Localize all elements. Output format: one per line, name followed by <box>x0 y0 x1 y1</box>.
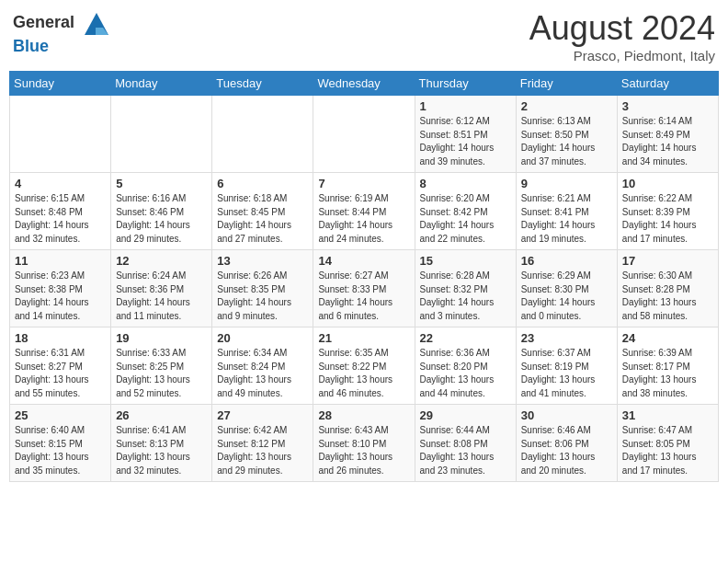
calendar-cell: 24Sunrise: 6:39 AM Sunset: 8:17 PM Dayli… <box>617 327 718 405</box>
location: Prasco, Piedmont, Italy <box>529 48 715 63</box>
date-number: 15 <box>420 254 511 268</box>
page-header: General Blue August 2024 Prasco, Piedmon… <box>9 9 719 63</box>
column-header-wednesday: Wednesday <box>313 72 415 96</box>
calendar-cell: 23Sunrise: 6:37 AM Sunset: 8:19 PM Dayli… <box>516 327 617 405</box>
cell-info: Sunrise: 6:21 AM Sunset: 8:41 PM Dayligh… <box>521 192 612 246</box>
calendar-cell: 2Sunrise: 6:13 AM Sunset: 8:50 PM Daylig… <box>516 96 617 173</box>
column-header-thursday: Thursday <box>415 72 516 96</box>
date-number: 11 <box>15 254 106 268</box>
logo-icon <box>83 9 110 37</box>
calendar-cell: 12Sunrise: 6:24 AM Sunset: 8:36 PM Dayli… <box>111 250 212 327</box>
date-number: 8 <box>420 177 511 190</box>
month-title: August 2024 <box>529 9 715 48</box>
calendar-header-row: SundayMondayTuesdayWednesdayThursdayFrid… <box>10 72 719 96</box>
calendar-week-row: 25Sunrise: 6:40 AM Sunset: 8:15 PM Dayli… <box>10 405 719 482</box>
calendar-cell: 1Sunrise: 6:12 AM Sunset: 8:51 PM Daylig… <box>415 96 516 173</box>
calendar-cell: 10Sunrise: 6:22 AM Sunset: 8:39 PM Dayli… <box>617 173 718 250</box>
cell-info: Sunrise: 6:20 AM Sunset: 8:42 PM Dayligh… <box>420 192 511 246</box>
calendar-cell: 21Sunrise: 6:35 AM Sunset: 8:22 PM Dayli… <box>313 327 415 405</box>
cell-info: Sunrise: 6:14 AM Sunset: 8:49 PM Dayligh… <box>622 115 713 168</box>
date-number: 27 <box>217 408 308 422</box>
date-number: 2 <box>521 99 612 113</box>
cell-info: Sunrise: 6:13 AM Sunset: 8:50 PM Dayligh… <box>521 115 612 168</box>
calendar-cell <box>313 96 415 173</box>
cell-info: Sunrise: 6:12 AM Sunset: 8:51 PM Dayligh… <box>420 115 511 168</box>
calendar-cell: 6Sunrise: 6:18 AM Sunset: 8:45 PM Daylig… <box>212 173 313 250</box>
calendar-week-row: 18Sunrise: 6:31 AM Sunset: 8:27 PM Dayli… <box>10 327 719 405</box>
cell-info: Sunrise: 6:18 AM Sunset: 8:45 PM Dayligh… <box>217 192 308 246</box>
calendar-cell: 26Sunrise: 6:41 AM Sunset: 8:13 PM Dayli… <box>111 405 212 482</box>
calendar-cell: 5Sunrise: 6:16 AM Sunset: 8:46 PM Daylig… <box>111 173 212 250</box>
logo: General Blue <box>13 9 110 57</box>
date-number: 18 <box>15 331 106 345</box>
cell-info: Sunrise: 6:46 AM Sunset: 8:06 PM Dayligh… <box>521 424 612 477</box>
cell-info: Sunrise: 6:34 AM Sunset: 8:24 PM Dayligh… <box>217 347 308 400</box>
cell-info: Sunrise: 6:41 AM Sunset: 8:13 PM Dayligh… <box>116 424 207 477</box>
calendar-cell: 15Sunrise: 6:28 AM Sunset: 8:32 PM Dayli… <box>415 250 516 327</box>
calendar-cell <box>212 96 313 173</box>
svg-marker-1 <box>96 28 108 35</box>
date-number: 4 <box>15 177 106 190</box>
date-number: 6 <box>217 177 308 190</box>
calendar-cell: 4Sunrise: 6:15 AM Sunset: 8:48 PM Daylig… <box>10 173 111 250</box>
calendar-cell: 22Sunrise: 6:36 AM Sunset: 8:20 PM Dayli… <box>415 327 516 405</box>
date-number: 16 <box>521 254 612 268</box>
date-number: 25 <box>15 408 106 422</box>
logo-blue: Blue <box>13 37 49 55</box>
calendar-cell: 25Sunrise: 6:40 AM Sunset: 8:15 PM Dayli… <box>10 405 111 482</box>
date-number: 30 <box>521 408 612 422</box>
date-number: 14 <box>318 254 409 268</box>
date-number: 24 <box>622 331 713 345</box>
date-number: 29 <box>420 408 511 422</box>
cell-info: Sunrise: 6:30 AM Sunset: 8:28 PM Dayligh… <box>622 270 713 323</box>
cell-info: Sunrise: 6:31 AM Sunset: 8:27 PM Dayligh… <box>15 347 106 400</box>
date-number: 17 <box>622 254 713 268</box>
column-header-tuesday: Tuesday <box>212 72 313 96</box>
cell-info: Sunrise: 6:33 AM Sunset: 8:25 PM Dayligh… <box>116 347 207 400</box>
date-number: 22 <box>420 331 511 345</box>
calendar-cell: 20Sunrise: 6:34 AM Sunset: 8:24 PM Dayli… <box>212 327 313 405</box>
cell-info: Sunrise: 6:22 AM Sunset: 8:39 PM Dayligh… <box>622 192 713 246</box>
cell-info: Sunrise: 6:39 AM Sunset: 8:17 PM Dayligh… <box>622 347 713 400</box>
cell-info: Sunrise: 6:16 AM Sunset: 8:46 PM Dayligh… <box>116 192 207 246</box>
cell-info: Sunrise: 6:40 AM Sunset: 8:15 PM Dayligh… <box>15 424 106 477</box>
cell-info: Sunrise: 6:27 AM Sunset: 8:33 PM Dayligh… <box>318 270 409 323</box>
cell-info: Sunrise: 6:36 AM Sunset: 8:20 PM Dayligh… <box>420 347 511 400</box>
calendar-cell: 3Sunrise: 6:14 AM Sunset: 8:49 PM Daylig… <box>617 96 718 173</box>
date-number: 26 <box>116 408 207 422</box>
calendar-cell: 8Sunrise: 6:20 AM Sunset: 8:42 PM Daylig… <box>415 173 516 250</box>
cell-info: Sunrise: 6:15 AM Sunset: 8:48 PM Dayligh… <box>15 192 106 246</box>
date-number: 5 <box>116 177 207 190</box>
logo-general: General <box>13 13 74 31</box>
date-number: 12 <box>116 254 207 268</box>
calendar-week-row: 1Sunrise: 6:12 AM Sunset: 8:51 PM Daylig… <box>10 96 719 173</box>
calendar-cell: 30Sunrise: 6:46 AM Sunset: 8:06 PM Dayli… <box>516 405 617 482</box>
calendar-cell <box>111 96 212 173</box>
date-number: 9 <box>521 177 612 190</box>
column-header-saturday: Saturday <box>617 72 718 96</box>
date-number: 7 <box>318 177 409 190</box>
date-number: 3 <box>622 99 713 113</box>
calendar-cell <box>10 96 111 173</box>
cell-info: Sunrise: 6:47 AM Sunset: 8:05 PM Dayligh… <box>622 424 713 477</box>
calendar-week-row: 11Sunrise: 6:23 AM Sunset: 8:38 PM Dayli… <box>10 250 719 327</box>
calendar-table: SundayMondayTuesdayWednesdayThursdayFrid… <box>9 71 719 482</box>
date-number: 10 <box>622 177 713 190</box>
date-number: 21 <box>318 331 409 345</box>
calendar-cell: 16Sunrise: 6:29 AM Sunset: 8:30 PM Dayli… <box>516 250 617 327</box>
column-header-monday: Monday <box>111 72 212 96</box>
date-number: 19 <box>116 331 207 345</box>
calendar-cell: 19Sunrise: 6:33 AM Sunset: 8:25 PM Dayli… <box>111 327 212 405</box>
title-block: August 2024 Prasco, Piedmont, Italy <box>529 9 715 63</box>
date-number: 1 <box>420 99 511 113</box>
cell-info: Sunrise: 6:42 AM Sunset: 8:12 PM Dayligh… <box>217 424 308 477</box>
date-number: 31 <box>622 408 713 422</box>
column-header-sunday: Sunday <box>10 72 111 96</box>
cell-info: Sunrise: 6:19 AM Sunset: 8:44 PM Dayligh… <box>318 192 409 246</box>
calendar-week-row: 4Sunrise: 6:15 AM Sunset: 8:48 PM Daylig… <box>10 173 719 250</box>
calendar-cell: 13Sunrise: 6:26 AM Sunset: 8:35 PM Dayli… <box>212 250 313 327</box>
calendar-cell: 14Sunrise: 6:27 AM Sunset: 8:33 PM Dayli… <box>313 250 415 327</box>
calendar-cell: 9Sunrise: 6:21 AM Sunset: 8:41 PM Daylig… <box>516 173 617 250</box>
calendar-cell: 31Sunrise: 6:47 AM Sunset: 8:05 PM Dayli… <box>617 405 718 482</box>
calendar-cell: 7Sunrise: 6:19 AM Sunset: 8:44 PM Daylig… <box>313 173 415 250</box>
